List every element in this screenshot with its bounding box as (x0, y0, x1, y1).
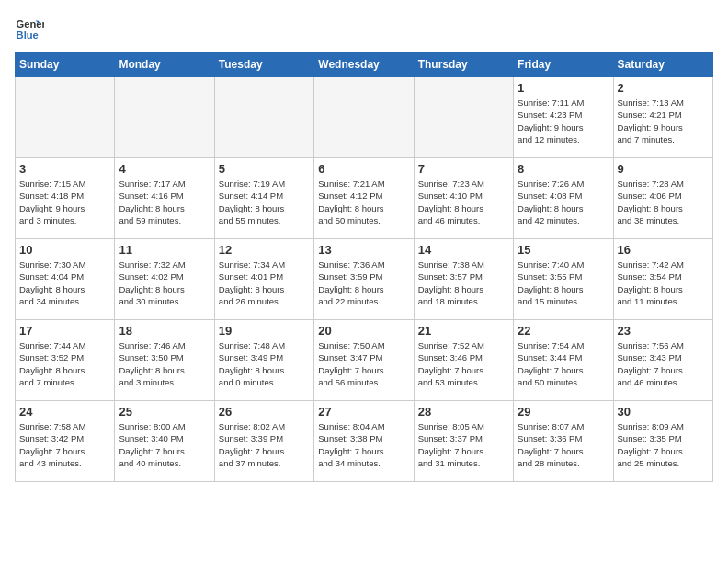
day-info: Sunrise: 7:36 AM Sunset: 3:59 PM Dayligh… (318, 259, 409, 307)
day-info: Sunrise: 8:02 AM Sunset: 3:39 PM Dayligh… (219, 420, 310, 469)
day-info: Sunrise: 7:19 AM Sunset: 4:14 PM Dayligh… (219, 178, 310, 226)
calendar-day-cell: 25Sunrise: 8:00 AM Sunset: 3:40 PM Dayli… (115, 401, 214, 482)
svg-text:General: General (17, 18, 44, 29)
calendar-day-cell: 12Sunrise: 7:34 AM Sunset: 4:01 PM Dayli… (214, 239, 313, 320)
day-info: Sunrise: 8:07 AM Sunset: 3:36 PM Dayligh… (518, 420, 609, 469)
day-info: Sunrise: 7:26 AM Sunset: 4:08 PM Dayligh… (518, 178, 609, 226)
calendar-day-cell: 8Sunrise: 7:26 AM Sunset: 4:08 PM Daylig… (514, 158, 613, 239)
header: General Blue (15, 15, 713, 44)
day-info: Sunrise: 7:56 AM Sunset: 3:43 PM Dayligh… (618, 339, 709, 388)
day-info: Sunrise: 8:09 AM Sunset: 3:35 PM Dayligh… (618, 420, 709, 469)
day-number: 20 (318, 324, 409, 338)
day-number: 17 (19, 324, 110, 338)
day-info: Sunrise: 7:46 AM Sunset: 3:50 PM Dayligh… (119, 339, 210, 388)
day-number: 19 (219, 324, 310, 338)
day-number: 7 (418, 162, 509, 176)
day-number: 28 (418, 405, 509, 419)
logo-icon: General Blue (15, 15, 44, 44)
day-number: 21 (418, 324, 509, 338)
calendar-day-cell (414, 77, 513, 158)
day-info: Sunrise: 7:40 AM Sunset: 3:55 PM Dayligh… (518, 259, 609, 307)
calendar-day-cell (314, 77, 414, 158)
day-info: Sunrise: 7:38 AM Sunset: 3:57 PM Dayligh… (418, 259, 509, 307)
day-info: Sunrise: 7:58 AM Sunset: 3:42 PM Dayligh… (19, 420, 110, 469)
day-info: Sunrise: 7:52 AM Sunset: 3:46 PM Dayligh… (418, 339, 509, 388)
calendar-body: 1Sunrise: 7:11 AM Sunset: 4:23 PM Daylig… (16, 77, 713, 482)
calendar-day-cell (16, 77, 115, 158)
day-number: 4 (119, 162, 210, 176)
day-info: Sunrise: 7:23 AM Sunset: 4:10 PM Dayligh… (418, 178, 509, 226)
calendar-day-cell: 4Sunrise: 7:17 AM Sunset: 4:16 PM Daylig… (115, 158, 214, 239)
calendar-day-cell: 7Sunrise: 7:23 AM Sunset: 4:10 PM Daylig… (414, 158, 513, 239)
logo: General Blue (15, 15, 44, 44)
calendar-week-row: 24Sunrise: 7:58 AM Sunset: 3:42 PM Dayli… (16, 401, 713, 482)
day-of-week-header: Monday (115, 52, 214, 77)
calendar-day-cell (214, 77, 313, 158)
day-number: 2 (618, 81, 709, 95)
day-info: Sunrise: 7:11 AM Sunset: 4:23 PM Dayligh… (518, 97, 609, 145)
day-number: 13 (318, 243, 409, 257)
day-number: 29 (518, 405, 609, 419)
calendar-day-cell: 18Sunrise: 7:46 AM Sunset: 3:50 PM Dayli… (115, 320, 214, 401)
calendar-week-row: 1Sunrise: 7:11 AM Sunset: 4:23 PM Daylig… (16, 77, 713, 158)
day-number: 24 (19, 405, 110, 419)
day-of-week-header: Thursday (414, 52, 513, 77)
day-info: Sunrise: 7:54 AM Sunset: 3:44 PM Dayligh… (518, 339, 609, 388)
day-info: Sunrise: 7:42 AM Sunset: 3:54 PM Dayligh… (618, 259, 709, 307)
calendar-day-cell: 13Sunrise: 7:36 AM Sunset: 3:59 PM Dayli… (314, 239, 414, 320)
day-number: 16 (618, 243, 709, 257)
day-of-week-header: Sunday (16, 52, 115, 77)
calendar-day-cell: 11Sunrise: 7:32 AM Sunset: 4:02 PM Dayli… (115, 239, 214, 320)
day-of-week-header: Saturday (613, 52, 712, 77)
calendar-day-cell: 15Sunrise: 7:40 AM Sunset: 3:55 PM Dayli… (514, 239, 613, 320)
day-info: Sunrise: 7:21 AM Sunset: 4:12 PM Dayligh… (318, 178, 409, 226)
day-number: 23 (618, 324, 709, 338)
calendar-day-cell: 5Sunrise: 7:19 AM Sunset: 4:14 PM Daylig… (214, 158, 313, 239)
calendar-day-cell: 16Sunrise: 7:42 AM Sunset: 3:54 PM Dayli… (613, 239, 712, 320)
days-of-week-row: SundayMondayTuesdayWednesdayThursdayFrid… (16, 52, 713, 77)
day-number: 15 (518, 243, 609, 257)
calendar-day-cell: 14Sunrise: 7:38 AM Sunset: 3:57 PM Dayli… (414, 239, 513, 320)
day-number: 25 (119, 405, 210, 419)
day-of-week-header: Friday (514, 52, 613, 77)
day-number: 10 (19, 243, 110, 257)
day-number: 6 (318, 162, 409, 176)
day-info: Sunrise: 8:00 AM Sunset: 3:40 PM Dayligh… (119, 420, 210, 469)
day-info: Sunrise: 7:48 AM Sunset: 3:49 PM Dayligh… (219, 339, 310, 388)
calendar-day-cell: 21Sunrise: 7:52 AM Sunset: 3:46 PM Dayli… (414, 320, 513, 401)
calendar-day-cell: 3Sunrise: 7:15 AM Sunset: 4:18 PM Daylig… (16, 158, 115, 239)
day-number: 30 (618, 405, 709, 419)
day-number: 8 (518, 162, 609, 176)
day-number: 22 (518, 324, 609, 338)
day-number: 5 (219, 162, 310, 176)
calendar-day-cell: 2Sunrise: 7:13 AM Sunset: 4:21 PM Daylig… (613, 77, 712, 158)
day-info: Sunrise: 7:32 AM Sunset: 4:02 PM Dayligh… (119, 259, 210, 307)
calendar-day-cell: 20Sunrise: 7:50 AM Sunset: 3:47 PM Dayli… (314, 320, 414, 401)
day-number: 26 (219, 405, 310, 419)
day-info: Sunrise: 7:30 AM Sunset: 4:04 PM Dayligh… (19, 259, 110, 307)
day-of-week-header: Tuesday (214, 52, 313, 77)
day-info: Sunrise: 7:13 AM Sunset: 4:21 PM Dayligh… (618, 97, 709, 145)
calendar-week-row: 3Sunrise: 7:15 AM Sunset: 4:18 PM Daylig… (16, 158, 713, 239)
day-info: Sunrise: 7:15 AM Sunset: 4:18 PM Dayligh… (19, 178, 110, 226)
day-number: 12 (219, 243, 310, 257)
calendar-week-row: 10Sunrise: 7:30 AM Sunset: 4:04 PM Dayli… (16, 239, 713, 320)
day-info: Sunrise: 7:28 AM Sunset: 4:06 PM Dayligh… (618, 178, 709, 226)
calendar-day-cell: 29Sunrise: 8:07 AM Sunset: 3:36 PM Dayli… (514, 401, 613, 482)
day-number: 27 (318, 405, 409, 419)
calendar-day-cell: 19Sunrise: 7:48 AM Sunset: 3:49 PM Dayli… (214, 320, 313, 401)
calendar-day-cell (115, 77, 214, 158)
calendar-table: SundayMondayTuesdayWednesdayThursdayFrid… (15, 52, 713, 482)
calendar-day-cell: 6Sunrise: 7:21 AM Sunset: 4:12 PM Daylig… (314, 158, 414, 239)
day-info: Sunrise: 7:17 AM Sunset: 4:16 PM Dayligh… (119, 178, 210, 226)
calendar-day-cell: 1Sunrise: 7:11 AM Sunset: 4:23 PM Daylig… (514, 77, 613, 158)
calendar-day-cell: 27Sunrise: 8:04 AM Sunset: 3:38 PM Dayli… (314, 401, 414, 482)
day-of-week-header: Wednesday (314, 52, 414, 77)
calendar-week-row: 17Sunrise: 7:44 AM Sunset: 3:52 PM Dayli… (16, 320, 713, 401)
calendar-day-cell: 23Sunrise: 7:56 AM Sunset: 3:43 PM Dayli… (613, 320, 712, 401)
calendar-day-cell: 28Sunrise: 8:05 AM Sunset: 3:37 PM Dayli… (414, 401, 513, 482)
calendar-day-cell: 26Sunrise: 8:02 AM Sunset: 3:39 PM Dayli… (214, 401, 313, 482)
day-number: 14 (418, 243, 509, 257)
day-info: Sunrise: 8:05 AM Sunset: 3:37 PM Dayligh… (418, 420, 509, 469)
day-number: 3 (19, 162, 110, 176)
